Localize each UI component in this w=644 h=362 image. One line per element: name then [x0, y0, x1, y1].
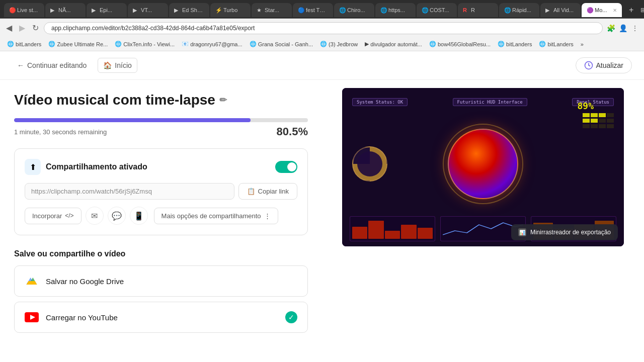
tab-bar: 🔴 Live st... ▶ NÃ... ▶ Epi... ▶ VT... ▶ … [0, 0, 644, 18]
bar-1 [583, 113, 590, 117]
tab-favicon-10: 🌐 [380, 7, 386, 13]
bar-5 [583, 119, 590, 123]
tab-1[interactable]: 🔴 Live st... [4, 3, 44, 17]
page-title: Vídeo musical com time-lapse ✏ [14, 92, 308, 108]
progress-percent: 80.5% [277, 125, 308, 138]
tab-10[interactable]: 🌐 https... [375, 3, 416, 17]
tab-label-14: All Vid... [553, 7, 576, 13]
bookmark-icon-7: 🌐 [429, 41, 436, 47]
bar-row-1 [583, 113, 614, 117]
chart-bar-4 [401, 225, 416, 239]
bookmark-9[interactable]: 🌐bitLanders [536, 40, 576, 48]
bookmark-icon-0: 🌐 [7, 41, 14, 47]
embed-code-icon: </> [65, 212, 73, 219]
tab-favicon-6: ⚡ [215, 7, 221, 13]
tab-14[interactable]: ▶ All Vid... [540, 3, 581, 17]
tab-favicon-2: ▶ [50, 7, 56, 13]
forward-button[interactable]: ▶ [17, 22, 27, 34]
tab-label-11: COST... [430, 7, 452, 13]
share-icon-box: ⬆ [25, 159, 41, 175]
hud-system-status: System Status: OK [352, 98, 408, 106]
bookmark-8[interactable]: 🌐bitLanders [495, 40, 535, 48]
bar-12 [607, 124, 614, 128]
share-link-input[interactable] [25, 183, 234, 200]
profile-icon[interactable]: 👤 [618, 23, 628, 33]
bookmark-3[interactable]: 📧dragonryu67@gma... [179, 40, 246, 48]
email-share-button[interactable]: ✉ [86, 207, 104, 225]
share-label: Compartilhamento ativado [46, 162, 147, 171]
hud-right-bars [583, 113, 614, 128]
copy-link-button[interactable]: 📋 Copiar link [238, 183, 297, 200]
tab-7[interactable]: ★ Star... [252, 3, 292, 17]
tab-9[interactable]: 🌐 Chiro... [334, 3, 374, 17]
progress-section: 1 minute, 30 seconds remaining 80.5% [14, 118, 308, 138]
tab-2[interactable]: ▶ NÃ... [45, 3, 86, 17]
update-button[interactable]: Atualizar [576, 57, 632, 73]
bookmark-7[interactable]: 🌐bow456GlobalResu... [426, 40, 494, 48]
bookmark-6[interactable]: ▶divulgador automát... [362, 40, 425, 48]
toolbar-icons: 🧩 👤 ⋮ [606, 23, 640, 33]
tab-favicon-3: ▶ [92, 7, 98, 13]
home-button[interactable]: 🏠 Início [98, 58, 137, 73]
bookmark-icon-9: 🌐 [539, 41, 546, 47]
right-panel: System Status: OK Futuristic HUD Interfa… [322, 80, 644, 362]
more-share-options-button[interactable]: Mais opções de compartilhamento ⋮ [154, 208, 278, 224]
tab-4[interactable]: ▶ VT... [128, 3, 168, 17]
tab-list-button[interactable]: ⊞ [638, 6, 644, 15]
tab-label-3: Epi... [100, 7, 122, 13]
tab-label-2: NÃ... [58, 7, 80, 13]
tab-label-4: VT... [141, 7, 163, 13]
bookmark-0[interactable]: 🌐bitLanders [4, 40, 44, 48]
hud-container: System Status: OK Futuristic HUD Interfa… [342, 88, 624, 246]
tab-favicon-1: 🔴 [9, 7, 15, 13]
reload-button[interactable]: ↻ [30, 22, 41, 34]
tab-8[interactable]: 🔵 fest TC... [293, 3, 333, 17]
tab-close-15[interactable]: ✕ [613, 8, 617, 13]
time-remaining: 1 minute, 30 seconds remaining [14, 128, 107, 136]
menu-icon[interactable]: ⋮ [630, 23, 640, 33]
link-row: 📋 Copiar link [25, 183, 297, 200]
bookmark-5[interactable]: 🌐(3) Jedbrow [317, 40, 361, 48]
embed-button[interactable]: Incorporar </> [25, 208, 82, 224]
google-drive-option[interactable]: Salvar no Google Drive [14, 265, 308, 297]
bookmark-4[interactable]: 🌐Grana Social - Ganh... [247, 40, 316, 48]
browser-toolbar: ◀ ▶ ↻ 🧩 👤 ⋮ [0, 18, 644, 37]
bar-9 [583, 124, 590, 128]
back-arrow-icon: ← [17, 61, 24, 69]
tab-label-9: Chiro... [347, 7, 369, 13]
progress-stats: 1 minute, 30 seconds remaining 80.5% [14, 125, 308, 138]
system-status-text: System Status: OK [357, 100, 403, 105]
tab-11[interactable]: 🌐 COST... [417, 3, 457, 17]
bookmark-2[interactable]: 🌐ClixTen.info - Viewi... [112, 40, 178, 48]
tab-13[interactable]: 🌐 Rápid... [499, 3, 539, 17]
edit-title-icon[interactable]: ✏ [219, 95, 227, 106]
share-title-row: ⬆ Compartilhamento ativado [25, 159, 147, 175]
bar-6 [591, 119, 598, 123]
google-drive-icon [25, 274, 39, 288]
tab-6[interactable]: ⚡ Turbo [210, 3, 251, 17]
chart-bar-5 [418, 228, 433, 239]
messenger-share-button[interactable]: 💬 [108, 207, 126, 225]
top-navigation: ← Continuar editando 🏠 Início Atualizar [0, 51, 644, 80]
left-panel: Vídeo musical com time-lapse ✏ 1 minute,… [0, 80, 322, 362]
tab-label-12: R [471, 7, 493, 13]
address-bar[interactable] [44, 22, 603, 34]
extensions-icon[interactable]: 🧩 [606, 23, 616, 33]
youtube-check-icon: ✓ [285, 311, 297, 323]
hud-percent-badge: 89% [577, 101, 594, 111]
bookmark-1[interactable]: 🌐Zubee Ultimate Re... [45, 40, 111, 48]
new-tab-button[interactable]: + [627, 5, 635, 16]
youtube-option[interactable]: Carregar no YouTube ✓ [14, 302, 308, 333]
tab-5[interactable]: ▶ Ed She... [169, 3, 209, 17]
update-icon [584, 61, 593, 70]
back-button[interactable]: ◀ [4, 22, 14, 34]
sharing-toggle[interactable] [275, 161, 297, 173]
gauge-inner [357, 151, 382, 176]
bookmarks-more[interactable]: » [578, 40, 587, 48]
tab-15-active[interactable]: 🟣 Mo... ✕ [582, 3, 622, 17]
tab-3[interactable]: ▶ Epi... [87, 3, 127, 17]
whatsapp-share-button[interactable]: 📱 [130, 207, 148, 225]
hud-left-gauge [352, 146, 392, 182]
tab-12[interactable]: R R [458, 3, 498, 17]
back-to-edit-button[interactable]: ← Continuar editando [12, 58, 92, 72]
